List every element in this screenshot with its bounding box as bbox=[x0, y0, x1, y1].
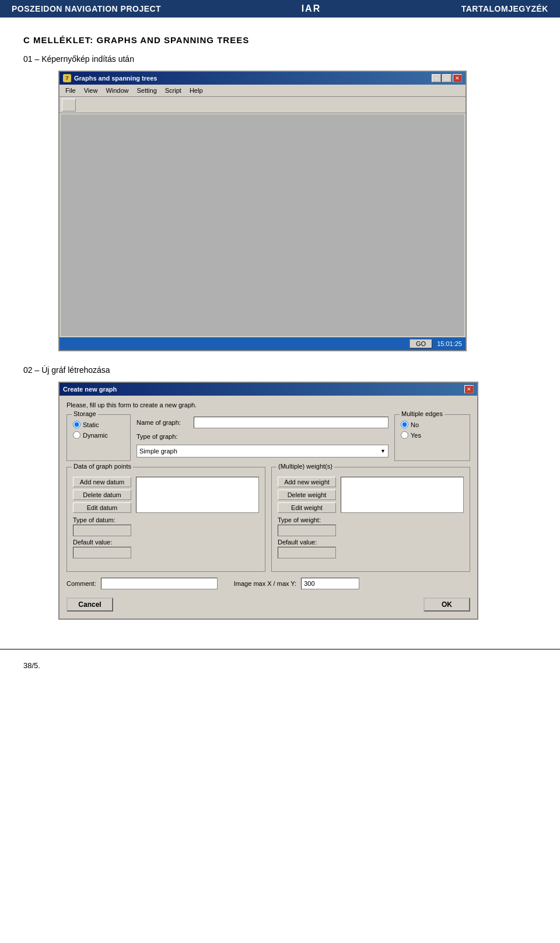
weights-type-default-section: Type of weight: Default value: bbox=[278, 516, 464, 561]
menu-script[interactable]: Script bbox=[162, 86, 185, 95]
main-window-icon: 7 bbox=[63, 74, 71, 82]
data-of-graph-points-group: Data of graph points Add new datum Delet… bbox=[66, 467, 265, 572]
select-arrow-icon: ▼ bbox=[380, 448, 386, 454]
menu-help[interactable]: Help bbox=[186, 86, 206, 95]
create-dialog: Create new graph ✕ Please, fill up this … bbox=[58, 382, 478, 620]
type-of-graph-select[interactable]: Simple graph ▼ bbox=[136, 445, 388, 457]
weights-btn-col: Add new weight Delete weight Edit weight bbox=[278, 477, 336, 513]
dialog-titlebar: Create new graph ✕ bbox=[60, 383, 477, 396]
name-type-section: Name of graph: Type of graph: Simple gra… bbox=[136, 414, 388, 457]
type-of-graph-row: Type of graph: bbox=[136, 433, 388, 440]
storage-dynamic-label: Dynamic bbox=[83, 432, 108, 439]
storage-static-row: Static bbox=[73, 421, 124, 428]
main-window-title: Graphs and spanning trees bbox=[74, 75, 157, 82]
menu-window[interactable]: Window bbox=[102, 86, 132, 95]
comment-input[interactable] bbox=[101, 578, 218, 589]
dialog-row3: Comment: Image max X / max Y: bbox=[66, 578, 470, 589]
section-title: C melléklet: Graphs and spanning trees bbox=[23, 35, 537, 45]
edit-datum-button[interactable]: Edit datum bbox=[73, 502, 131, 513]
type-of-datum-input bbox=[73, 525, 131, 536]
delete-weight-button[interactable]: Delete weight bbox=[278, 490, 336, 500]
minimize-button[interactable]: – bbox=[432, 74, 441, 82]
main-window-canvas bbox=[61, 114, 464, 336]
go-button[interactable]: GO bbox=[410, 339, 432, 348]
default-value-weight-input bbox=[278, 547, 336, 558]
default-value-datum-input bbox=[73, 547, 131, 558]
main-window-statusbar: GO 15:01:25 bbox=[60, 337, 466, 350]
subsection-01-title: 01 – Képernyőkép indítás után bbox=[23, 54, 537, 64]
storage-dynamic-radio[interactable] bbox=[73, 431, 80, 439]
multiple-edges-yes-label: Yes bbox=[411, 432, 421, 439]
multiple-edges-no-label: No bbox=[411, 421, 419, 428]
header-center: IAR bbox=[302, 4, 321, 14]
multiple-weights-legend: (Multiple) weight(s) bbox=[276, 463, 334, 470]
edit-weight-button[interactable]: Edit weight bbox=[278, 502, 336, 513]
header-bar: Poszeidon Navigation Project IAR Tartalo… bbox=[0, 0, 560, 18]
header-right: Tartalomjegyzék bbox=[461, 4, 548, 13]
type-of-graph-select-row: Simple graph ▼ bbox=[136, 445, 388, 457]
subsection-02-title: 02 – Új gráf létrehozása bbox=[23, 365, 537, 375]
data-of-graph-points-legend: Data of graph points bbox=[72, 463, 133, 470]
type-of-weight-input bbox=[278, 525, 336, 536]
menu-view[interactable]: View bbox=[80, 86, 102, 95]
header-left: Poszeidon Navigation Project bbox=[12, 4, 161, 13]
dialog-row2: Data of graph points Add new datum Delet… bbox=[66, 467, 470, 572]
screenshot-01-container: 7 Graphs and spanning trees – □ ✕ File V… bbox=[58, 71, 537, 351]
storage-legend: Storage bbox=[72, 410, 98, 417]
main-window-menubar: File View Window Setting Script Help bbox=[60, 85, 466, 97]
multiple-edges-no-row: No bbox=[401, 421, 464, 428]
data-type-default-section: Type of datum: Default value: bbox=[73, 516, 259, 561]
type-of-datum-label: Type of datum: bbox=[73, 516, 259, 523]
page-content: C melléklet: Graphs and spanning trees 0… bbox=[0, 18, 560, 637]
main-window-title-text: 7 Graphs and spanning trees bbox=[63, 74, 157, 82]
maximize-button[interactable]: □ bbox=[442, 74, 452, 82]
ok-button[interactable]: OK bbox=[424, 598, 470, 612]
default-value-datum-label: Default value: bbox=[73, 539, 259, 546]
multiple-edges-yes-radio[interactable] bbox=[401, 431, 408, 439]
main-window-titlebar: 7 Graphs and spanning trees – □ ✕ bbox=[60, 72, 466, 85]
dialog-footer: Cancel OK bbox=[66, 595, 470, 613]
main-window-controls: – □ ✕ bbox=[432, 74, 462, 82]
name-of-graph-label: Name of graph: bbox=[136, 419, 189, 426]
dialog-container: Create new graph ✕ Please, fill up this … bbox=[58, 382, 537, 620]
menu-setting[interactable]: Setting bbox=[134, 86, 160, 95]
storage-group: Storage Static Dynamic bbox=[66, 414, 131, 461]
page-number: 38/5. bbox=[23, 661, 40, 670]
toolbar-btn-1[interactable] bbox=[62, 99, 76, 111]
data-btn-col: Add new datum Delete datum Edit datum bbox=[73, 477, 131, 513]
type-of-graph-label: Type of graph: bbox=[136, 433, 189, 440]
storage-static-label: Static bbox=[83, 421, 99, 428]
dialog-row1: Storage Static Dynamic Name o bbox=[66, 414, 470, 461]
multiple-weights-group: (Multiple) weight(s) Add new weight Dele… bbox=[271, 467, 470, 572]
weights-list-box bbox=[341, 477, 464, 513]
data-inner: Add new datum Delete datum Edit datum bbox=[73, 477, 259, 513]
type-of-graph-selected: Simple graph bbox=[139, 448, 177, 455]
cancel-button[interactable]: Cancel bbox=[66, 598, 113, 612]
image-max-label: Image max X / max Y: bbox=[234, 580, 296, 587]
storage-static-radio[interactable] bbox=[73, 421, 80, 428]
data-list-box bbox=[136, 477, 259, 513]
multiple-edges-group: Multiple edges No Yes bbox=[394, 414, 470, 461]
dialog-intro: Please, fill up this form to create a ne… bbox=[66, 401, 470, 408]
image-max-input[interactable] bbox=[301, 578, 359, 589]
main-window: 7 Graphs and spanning trees – □ ✕ File V… bbox=[58, 71, 467, 351]
page-footer: 38/5. bbox=[0, 649, 560, 676]
type-of-weight-label: Type of weight: bbox=[278, 516, 464, 523]
add-new-weight-button[interactable]: Add new weight bbox=[278, 477, 336, 487]
comment-label: Comment: bbox=[66, 580, 96, 587]
dialog-title: Create new graph bbox=[63, 386, 117, 393]
storage-dynamic-row: Dynamic bbox=[73, 431, 124, 439]
add-new-datum-button[interactable]: Add new datum bbox=[73, 477, 131, 487]
weights-inner: Add new weight Delete weight Edit weight bbox=[278, 477, 464, 513]
close-button[interactable]: ✕ bbox=[453, 74, 462, 82]
name-of-graph-input[interactable] bbox=[194, 417, 388, 428]
menu-file[interactable]: File bbox=[62, 86, 79, 95]
dialog-body: Please, fill up this form to create a ne… bbox=[60, 396, 477, 619]
main-window-toolbar bbox=[60, 97, 466, 113]
name-of-graph-row: Name of graph: bbox=[136, 417, 388, 428]
multiple-edges-no-radio[interactable] bbox=[401, 421, 408, 428]
multiple-edges-yes-row: Yes bbox=[401, 431, 464, 439]
multiple-edges-legend: Multiple edges bbox=[400, 410, 444, 417]
delete-datum-button[interactable]: Delete datum bbox=[73, 490, 131, 500]
dialog-close-button[interactable]: ✕ bbox=[464, 385, 474, 393]
